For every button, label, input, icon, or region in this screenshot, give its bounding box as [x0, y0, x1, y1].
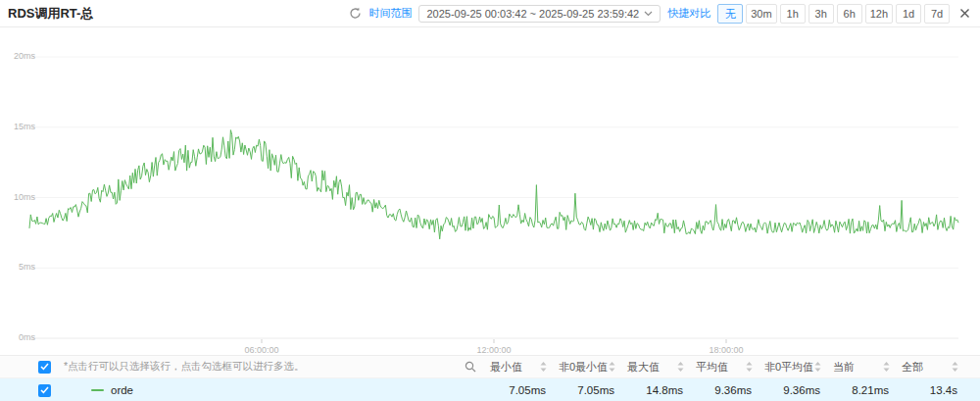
chevron-down-icon: [644, 11, 653, 17]
stat-max: 14.8ms: [617, 384, 686, 396]
stat-nonzero-min: 7.05ms: [549, 384, 617, 396]
legend-table-header: *点击行可以只选择该行，点击勾选框可以进行多选。 最小值 非0最小值: [0, 356, 980, 378]
column-header-nonzero-min[interactable]: 非0最小值: [549, 360, 617, 375]
rt-series-line: [29, 130, 958, 239]
y-axis-label: 5ms: [0, 262, 39, 272]
select-all-checkbox[interactable]: [38, 361, 51, 374]
stats-value-row: 7.05ms 7.05ms 14.8ms 9.36ms 9.36ms 8.21m…: [465, 378, 960, 401]
sort-icon: [677, 362, 684, 372]
quick-range-button-3h[interactable]: 3h: [808, 4, 834, 24]
quick-range-button-30m[interactable]: 30m: [746, 4, 776, 24]
column-header-all[interactable]: 全部: [892, 360, 960, 375]
column-header-avg[interactable]: 平均值: [686, 360, 755, 375]
chart-canvas: [0, 28, 980, 355]
quick-range-button-1h[interactable]: 1h: [780, 4, 806, 24]
stat-current: 8.21ms: [823, 384, 892, 396]
sort-icon: [883, 362, 890, 372]
stat-avg: 9.36ms: [686, 384, 755, 396]
panel-header: RDS调用RT-总 时间范围 2025-09-25 00:03:42 ~ 202…: [0, 0, 980, 27]
sort-icon: [540, 362, 547, 372]
y-axis-label: 10ms: [0, 192, 39, 202]
column-header-nonzero-avg[interactable]: 非0平均值: [755, 360, 823, 375]
quick-range-group: 无 30m 1h 3h 6h 12h 1d 7d: [717, 4, 950, 24]
stat-nonzero-avg: 9.36ms: [755, 384, 823, 396]
search-icon[interactable]: [465, 361, 476, 373]
series-name: orde: [111, 384, 133, 396]
sort-icon: [814, 362, 821, 372]
column-header-current[interactable]: 当前: [823, 360, 892, 375]
sort-icon: [952, 362, 958, 372]
row-checkbox[interactable]: [38, 384, 51, 397]
quick-range-button-1d[interactable]: 1d: [896, 4, 921, 24]
quick-range-button-none[interactable]: 无: [717, 4, 743, 24]
sort-icon: [746, 362, 753, 372]
close-icon[interactable]: [959, 8, 970, 19]
y-axis-label: 15ms: [0, 122, 39, 131]
y-axis-label: 20ms: [0, 51, 39, 61]
stats-header-row: 最小值 非0最小值 最大值 平均值 非0平均值: [465, 356, 960, 377]
time-range-link[interactable]: 时间范围: [368, 6, 412, 21]
stat-min: 7.05ms: [480, 384, 549, 396]
metric-panel: RDS调用RT-总 时间范围 2025-09-25 00:03:42 ~ 202…: [0, 0, 980, 401]
series-color-marker: [91, 389, 104, 391]
legend-table: *点击行可以只选择该行，点击勾选框可以进行多选。 最小值 非0最小值: [0, 355, 980, 401]
quick-range-button-6h[interactable]: 6h: [837, 4, 862, 24]
sort-icon: [609, 362, 615, 372]
column-header-max[interactable]: 最大值: [617, 360, 686, 375]
panel-title: RDS调用RT-总: [8, 5, 93, 23]
quick-range-button-12h[interactable]: 12h: [865, 4, 893, 24]
rt-line-chart[interactable]: 0ms5ms10ms15ms20ms06:00:0012:00:0018:00:…: [0, 28, 980, 355]
refresh-icon[interactable]: [349, 7, 362, 20]
quick-compare-link[interactable]: 快捷对比: [667, 6, 710, 21]
time-range-value: 2025-09-25 00:03:42 ~ 2025-09-25 23:59:4…: [426, 8, 639, 20]
time-range-input[interactable]: 2025-09-25 00:03:42 ~ 2025-09-25 23:59:4…: [418, 5, 661, 23]
x-axis-label: 12:00:00: [476, 345, 511, 355]
y-axis-label: 0ms: [0, 332, 39, 342]
selection-hint: *点击行可以只选择该行，点击勾选框可以进行多选。: [64, 360, 305, 374]
header-toolbar: 时间范围 2025-09-25 00:03:42 ~ 2025-09-25 23…: [349, 4, 970, 24]
column-header-min[interactable]: 最小值: [480, 360, 549, 375]
quick-range-button-7d[interactable]: 7d: [924, 4, 950, 24]
x-axis-label: 06:00:00: [244, 345, 278, 355]
legend-row-orde[interactable]: orde 7.05ms 7.05ms 14.8ms 9.36ms 9.36ms …: [0, 378, 980, 401]
x-axis-label: 18:00:00: [709, 345, 743, 355]
stat-all: 13.4s: [892, 384, 960, 396]
